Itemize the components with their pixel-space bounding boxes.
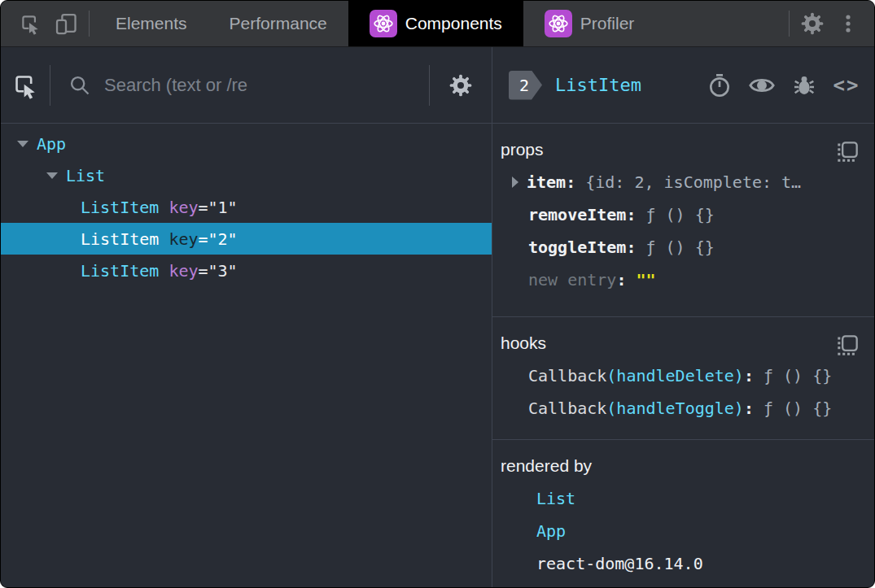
colon: : [744,366,754,385]
component-name: App [37,134,66,154]
view-source-button[interactable]: <> [832,71,861,100]
hooks-title: hooks [501,333,861,353]
tree-row-listitem-2-selected[interactable]: ListItem key="2" [1,223,492,255]
code-brackets-icon: <> [833,74,860,97]
tab-performance[interactable]: Performance [208,1,348,46]
devtools-menu-button[interactable] [830,1,866,46]
colon: : [616,270,626,290]
component-name: List [66,166,105,185]
log-to-console-button[interactable] [790,71,819,100]
key-value: ="3" [199,261,238,281]
search-input[interactable] [104,75,429,96]
tab-profiler[interactable]: Profiler [523,1,656,46]
tree-row-listitem-1[interactable]: ListItem key="1" [1,191,492,223]
prop-name: toggleItem [528,237,626,257]
key-attr: key [168,261,198,281]
hook-type: Callback [528,366,606,385]
toolbar-divider [789,11,790,37]
devtools-settings-button[interactable] [794,1,830,46]
props-title: props [501,140,861,159]
prop-value: {id: 2, isComplete: t… [585,172,801,192]
devtools-window: Elements Performance Components [0,0,875,588]
component-tree-pane: App List ListItem key="1" ListItem key="… [1,47,492,587]
component-name: ListItem [81,229,159,249]
settings-gear-icon [799,11,825,37]
hook-value: ƒ () {} [763,366,832,385]
rendered-by-list-link[interactable]: List [501,482,861,515]
prop-value: ƒ () {} [645,237,714,257]
copy-icon[interactable] [835,333,860,358]
hook-name: (handleDelete) [606,366,744,385]
device-toolbar-icon [54,11,78,36]
prop-row-toggleitem[interactable]: toggleItem:ƒ () {} [501,231,861,264]
new-entry-value[interactable]: "" [636,270,655,290]
colon: : [744,399,754,418]
select-element-button[interactable] [1,72,50,99]
search-bar [50,74,429,97]
tab-label: Components [405,14,502,33]
view-settings-button[interactable] [430,72,492,98]
react-logo-icon [545,10,572,37]
components-panel: App List ListItem key="1" ListItem key="… [1,47,874,587]
prop-row-item[interactable]: item:{id: 2, isComplete: t… [501,166,861,198]
suspense-toggle-button[interactable] [705,71,734,100]
chevron-right-icon[interactable] [512,176,518,188]
stopwatch-icon [707,72,733,98]
kebab-menu-icon [838,11,858,36]
key-attr: key [168,198,198,217]
devtools-tab-bar: Elements Performance Components [1,1,874,47]
tab-elements[interactable]: Elements [94,1,208,46]
selected-component-title: ListItem [555,75,641,95]
component-name: ListItem [81,198,159,217]
eye-icon [748,72,776,99]
prop-name: item [527,172,566,192]
hooks-section: hooks Callback(handleDelete):ƒ () {} [492,317,874,440]
tab-components[interactable]: Components [348,1,523,46]
search-icon [68,74,91,97]
prop-name: removeItem [528,205,626,224]
tab-label: Profiler [580,14,635,33]
device-toolbar-button[interactable] [48,1,84,46]
inspect-dom-button[interactable] [747,71,777,100]
tree-row-app[interactable]: App [1,128,492,159]
tab-label: Elements [116,14,187,33]
hook-row-handledelete[interactable]: Callback(handleDelete):ƒ () {} [501,359,861,392]
hook-value: ƒ () {} [763,399,832,418]
props-section: props item:{id: 2, isComplete: t… [492,124,874,317]
tab-bar-spacer [655,1,784,46]
key-value: ="2" [199,229,238,249]
react-logo-icon [370,10,397,37]
component-name: ListItem [81,261,159,281]
tree-row-listitem-3[interactable]: ListItem key="3" [1,255,492,286]
colon: : [626,237,636,257]
tree-row-list[interactable]: List [1,159,492,191]
copy-icon[interactable] [835,140,860,164]
chevron-down-icon[interactable] [17,141,28,147]
key-attr: key [168,229,198,249]
key-value: ="1" [199,198,238,217]
prop-row-new-entry[interactable]: new entry:"" [501,264,861,296]
component-details-pane: 2 ListItem [492,47,874,587]
rendered-by-section: rendered by List App react-dom@16.14.0 [492,440,874,588]
new-entry-field[interactable]: new entry [528,270,616,290]
colon: : [566,172,575,192]
toolbar-divider [89,11,90,37]
prop-row-removeitem[interactable]: removeItem:ƒ () {} [501,198,861,231]
inspect-element-button[interactable] [12,1,48,46]
settings-gear-icon [448,72,474,98]
hook-type: Callback [528,399,606,418]
rendered-by-title: rendered by [501,456,861,476]
rendered-by-app-link[interactable]: App [501,515,861,547]
hook-name: (handleToggle) [606,399,744,418]
prop-value: ƒ () {} [645,205,714,224]
bug-icon [791,72,817,98]
component-tree: App List ListItem key="1" ListItem key="… [1,124,492,587]
inspect-icon [11,72,39,99]
chevron-down-icon[interactable] [46,172,58,179]
rendered-by-renderer: react-dom@16.14.0 [501,547,861,580]
hook-row-handletoggle[interactable]: Callback(handleToggle):ƒ () {} [501,392,861,425]
inspect-icon [19,12,42,35]
colon: : [626,205,636,224]
owners-stack-badge[interactable]: 2 [509,71,542,100]
tab-label: Performance [230,14,327,33]
